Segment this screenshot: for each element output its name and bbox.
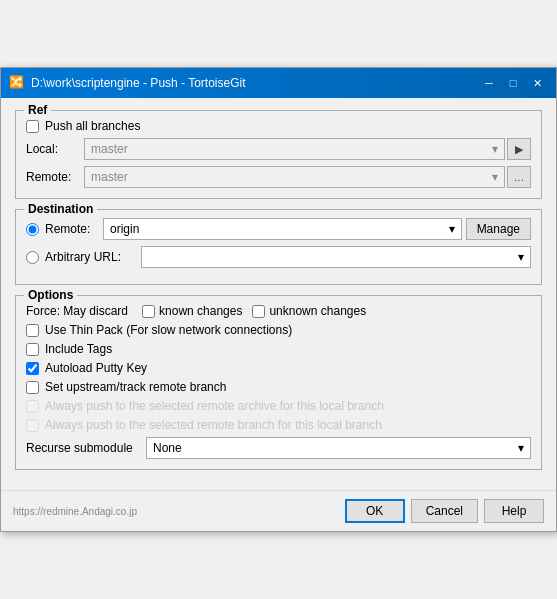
include-tags-row: Include Tags bbox=[26, 342, 531, 356]
remote-ref-combo-container: master ▾ … bbox=[84, 166, 531, 188]
recurse-row: Recurse submodule None ▾ bbox=[26, 437, 531, 459]
arbitrary-url-combo[interactable]: ▾ bbox=[141, 246, 531, 268]
remote-dest-radio[interactable] bbox=[26, 223, 39, 236]
known-changes-pair: known changes bbox=[142, 304, 242, 318]
unknown-changes-checkbox[interactable] bbox=[252, 305, 265, 318]
always-push-archive-checkbox bbox=[26, 400, 39, 413]
unknown-changes-label: unknown changes bbox=[269, 304, 366, 318]
push-all-branches-row: Push all branches bbox=[26, 119, 531, 133]
recurse-label: Recurse submodule bbox=[26, 441, 136, 455]
title-bar-left: 🔀 D:\work\scriptengine - Push - Tortoise… bbox=[9, 75, 246, 91]
always-push-branch-checkbox bbox=[26, 419, 39, 432]
local-combo-container: master ▾ ▶ bbox=[84, 138, 531, 160]
always-push-archive-row: Always push to the selected remote archi… bbox=[26, 399, 531, 413]
local-combo-value: master bbox=[91, 142, 128, 156]
minimize-button[interactable]: ─ bbox=[478, 74, 500, 92]
ref-group-title: Ref bbox=[24, 103, 51, 117]
local-label: Local: bbox=[26, 142, 78, 156]
include-tags-label: Include Tags bbox=[45, 342, 112, 356]
remote-dest-combo-value: origin bbox=[110, 222, 139, 236]
always-push-branch-label: Always push to the selected remote branc… bbox=[45, 418, 382, 432]
force-row: Force: May discard known changes unknown… bbox=[26, 304, 531, 318]
remote-dest-row: Remote: origin ▾ Manage bbox=[26, 218, 531, 240]
remote-ref-more-button[interactable]: … bbox=[507, 166, 531, 188]
help-button[interactable]: Help bbox=[484, 499, 544, 523]
arbitrary-url-combo-arrow-icon: ▾ bbox=[518, 250, 524, 264]
cancel-button[interactable]: Cancel bbox=[411, 499, 478, 523]
options-group: Options Force: May discard known changes… bbox=[15, 295, 542, 470]
thin-pack-label: Use Thin Pack (For slow network connecti… bbox=[45, 323, 292, 337]
autoload-putty-checkbox[interactable] bbox=[26, 362, 39, 375]
arbitrary-url-label: Arbitrary URL: bbox=[45, 250, 135, 264]
autoload-putty-row: Autoload Putty Key bbox=[26, 361, 531, 375]
thin-pack-row: Use Thin Pack (For slow network connecti… bbox=[26, 323, 531, 337]
thin-pack-checkbox[interactable] bbox=[26, 324, 39, 337]
recurse-combo[interactable]: None ▾ bbox=[146, 437, 531, 459]
push-all-branches-checkbox[interactable] bbox=[26, 120, 39, 133]
main-window: 🔀 D:\work\scriptengine - Push - Tortoise… bbox=[0, 67, 557, 532]
remote-dest-combo[interactable]: origin ▾ bbox=[103, 218, 462, 240]
maximize-button[interactable]: □ bbox=[502, 74, 524, 92]
set-upstream-label: Set upstream/track remote branch bbox=[45, 380, 226, 394]
dialog-content: Ref Push all branches Local: master ▾ ▶ … bbox=[1, 98, 556, 490]
local-combo-arrow-icon: ▾ bbox=[492, 142, 498, 156]
remote-ref-label: Remote: bbox=[26, 170, 78, 184]
known-changes-label: known changes bbox=[159, 304, 242, 318]
known-changes-checkbox[interactable] bbox=[142, 305, 155, 318]
local-combo[interactable]: master ▾ bbox=[84, 138, 505, 160]
set-upstream-checkbox[interactable] bbox=[26, 381, 39, 394]
title-bar: 🔀 D:\work\scriptengine - Push - Tortoise… bbox=[1, 68, 556, 98]
manage-button[interactable]: Manage bbox=[466, 218, 531, 240]
local-navigate-button[interactable]: ▶ bbox=[507, 138, 531, 160]
include-tags-checkbox[interactable] bbox=[26, 343, 39, 356]
destination-group: Destination Remote: origin ▾ Manage Arbi… bbox=[15, 209, 542, 285]
force-label: Force: May discard bbox=[26, 304, 128, 318]
ok-button[interactable]: OK bbox=[345, 499, 405, 523]
push-all-branches-label: Push all branches bbox=[45, 119, 140, 133]
local-row: Local: master ▾ ▶ bbox=[26, 138, 531, 160]
set-upstream-row: Set upstream/track remote branch bbox=[26, 380, 531, 394]
remote-ref-combo[interactable]: master ▾ bbox=[84, 166, 505, 188]
autoload-putty-label: Autoload Putty Key bbox=[45, 361, 147, 375]
recurse-combo-value: None bbox=[153, 441, 182, 455]
window-title: D:\work\scriptengine - Push - TortoiseGi… bbox=[31, 76, 246, 90]
dialog-footer: https://redmine.Andagi.co.jp OK Cancel H… bbox=[1, 490, 556, 531]
title-controls: ─ □ ✕ bbox=[478, 74, 548, 92]
arbitrary-url-radio[interactable] bbox=[26, 251, 39, 264]
remote-ref-combo-value: master bbox=[91, 170, 128, 184]
remote-dest-label: Remote: bbox=[45, 222, 97, 236]
always-push-archive-label: Always push to the selected remote archi… bbox=[45, 399, 384, 413]
remote-ref-combo-arrow-icon: ▾ bbox=[492, 170, 498, 184]
unknown-changes-pair: unknown changes bbox=[252, 304, 366, 318]
options-group-title: Options bbox=[24, 288, 77, 302]
close-button[interactable]: ✕ bbox=[526, 74, 548, 92]
app-icon: 🔀 bbox=[9, 75, 25, 91]
destination-group-title: Destination bbox=[24, 202, 97, 216]
footer-url: https://redmine.Andagi.co.jp bbox=[13, 506, 339, 517]
always-push-branch-row: Always push to the selected remote branc… bbox=[26, 418, 531, 432]
remote-dest-combo-arrow-icon: ▾ bbox=[449, 222, 455, 236]
ref-group: Ref Push all branches Local: master ▾ ▶ … bbox=[15, 110, 542, 199]
recurse-combo-arrow-icon: ▾ bbox=[518, 441, 524, 455]
remote-row: Remote: master ▾ … bbox=[26, 166, 531, 188]
arbitrary-url-row: Arbitrary URL: ▾ bbox=[26, 246, 531, 268]
